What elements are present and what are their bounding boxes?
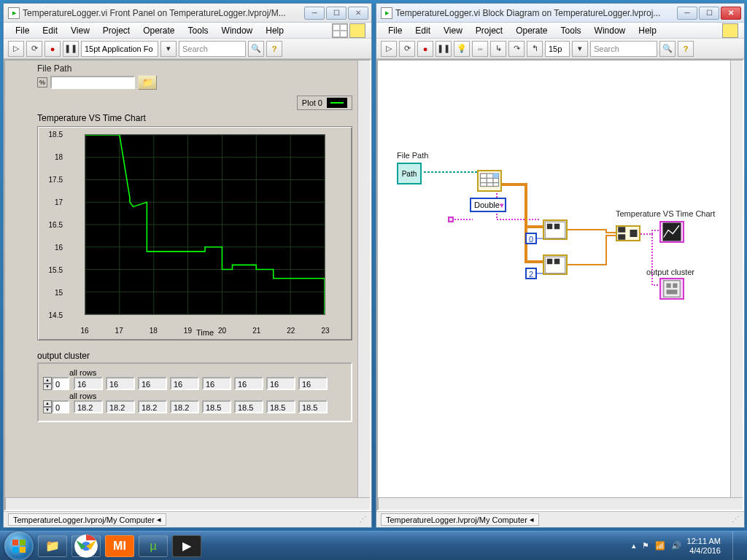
row2-spinner[interactable]: ▲▼ — [43, 400, 52, 413]
maximize-button[interactable]: ☐ — [699, 7, 719, 20]
menu-help[interactable]: Help — [632, 24, 662, 37]
index-array-node-2[interactable] — [543, 254, 568, 275]
row1-spinner[interactable]: ▲▼ — [43, 377, 52, 390]
menu-edit[interactable]: Edit — [409, 24, 436, 37]
menu-project[interactable]: Project — [470, 24, 508, 37]
resize-grip-icon[interactable]: ⋰ — [732, 515, 740, 524]
array-cell[interactable]: 16 — [266, 377, 295, 390]
text-settings-button[interactable]: ▾ — [160, 41, 177, 57]
type-ring-selector[interactable]: Double — [470, 198, 506, 212]
array-cell[interactable]: 18.5 — [266, 400, 295, 413]
array-cell[interactable]: 16 — [106, 377, 135, 390]
array-cell[interactable]: 16 — [138, 377, 167, 390]
search-input[interactable]: Search — [179, 41, 246, 57]
titlebar[interactable]: TemperatureLogger.vi Front Panel on Temp… — [4, 4, 371, 23]
vi-icon[interactable] — [722, 23, 738, 38]
menu-help[interactable]: Help — [260, 24, 290, 37]
step-out-button[interactable]: ↰ — [527, 41, 543, 57]
font-selector[interactable]: 15p — [545, 41, 570, 57]
resize-grip-icon[interactable]: ⋰ — [359, 515, 367, 524]
close-button[interactable]: ✕ — [348, 7, 368, 20]
titlebar[interactable]: TemperatureLogger.vi Block Diagram on Te… — [376, 4, 744, 23]
step-into-button[interactable]: ↳ — [490, 41, 506, 57]
run-button[interactable]: ▷ — [381, 41, 397, 57]
menu-window[interactable]: Window — [216, 24, 259, 37]
taskbar-chrome-icon[interactable] — [71, 535, 101, 557]
minimize-button[interactable]: ─ — [677, 7, 697, 20]
array-cell[interactable]: 16 — [74, 377, 103, 390]
chart-canvas[interactable] — [85, 134, 325, 315]
array-cell[interactable]: 18.2 — [106, 400, 135, 413]
tray-network-icon[interactable]: 📶 — [655, 541, 665, 551]
array-cell[interactable]: 18.2 — [138, 400, 167, 413]
menu-edit[interactable]: Edit — [36, 24, 63, 37]
help-button[interactable]: ? — [678, 41, 694, 57]
taskbar-utorrent-icon[interactable]: µ — [139, 535, 168, 557]
block-diagram-body[interactable]: File Path Path Double 0 2 Temperature VS… — [376, 59, 744, 511]
array-cell[interactable]: 16 — [234, 377, 263, 390]
chart-legend[interactable]: Plot 0 — [297, 96, 352, 110]
chart-indicator-node[interactable] — [659, 221, 684, 243]
connector-pane-icon[interactable] — [332, 23, 348, 38]
menu-file[interactable]: File — [9, 24, 35, 37]
file-path-control-node[interactable]: Path — [397, 163, 422, 184]
tray-overflow-icon[interactable]: ▴ — [632, 541, 636, 551]
abort-button[interactable]: ● — [44, 41, 61, 57]
bundle-node[interactable] — [616, 225, 640, 241]
taskbar-labview-icon[interactable]: ▶ — [172, 535, 201, 557]
array-cell[interactable]: 16 — [298, 377, 328, 390]
tray-speaker-icon[interactable]: 🔊 — [671, 541, 681, 551]
tray-action-center-icon[interactable]: ⚑ — [642, 541, 649, 551]
menu-tools[interactable]: Tools — [182, 24, 214, 37]
start-button[interactable] — [4, 532, 34, 561]
maximize-button[interactable]: ☐ — [326, 7, 347, 20]
menu-view[interactable]: View — [438, 24, 468, 37]
highlight-exec-button[interactable]: 💡 — [454, 41, 470, 57]
menu-file[interactable]: File — [382, 24, 408, 37]
file-path-field[interactable] — [50, 76, 135, 89]
horizontal-scrollbar[interactable] — [5, 497, 370, 510]
menu-view[interactable]: View — [65, 24, 96, 37]
search-button[interactable]: 🔍 — [248, 41, 264, 57]
const-2[interactable]: 2 — [525, 268, 537, 279]
vertical-scrollbar[interactable] — [357, 61, 370, 497]
abort-button[interactable]: ● — [417, 41, 433, 57]
row2-index[interactable]: 0 — [52, 400, 69, 413]
const-0[interactable]: 0 — [525, 233, 537, 244]
pause-button[interactable]: ❚❚ — [436, 41, 452, 57]
project-tab[interactable]: TemperatureLogger.lvproj/My Computer ◂ — [8, 513, 166, 526]
pause-button[interactable]: ❚❚ — [63, 41, 79, 57]
run-continuous-button[interactable]: ⟳ — [399, 41, 415, 57]
run-continuous-button[interactable]: ⟳ — [26, 41, 42, 57]
close-button[interactable]: ✕ — [721, 7, 741, 20]
array-cell[interactable]: 18.5 — [234, 400, 263, 413]
run-button[interactable]: ▷ — [8, 41, 24, 57]
menu-project[interactable]: Project — [97, 24, 136, 37]
array-cell[interactable]: 18.5 — [298, 400, 328, 413]
vi-icon[interactable] — [349, 23, 365, 38]
tray-clock[interactable]: 12:11 AM 4/4/2016 — [687, 537, 721, 556]
horizontal-scrollbar[interactable] — [378, 497, 743, 510]
search-button[interactable]: 🔍 — [659, 41, 676, 57]
retain-wire-button[interactable]: ⎓ — [472, 41, 488, 57]
font-selector[interactable]: 15pt Application Fo — [81, 41, 158, 57]
step-over-button[interactable]: ↷ — [508, 41, 525, 57]
read-spreadsheet-node[interactable] — [477, 170, 502, 192]
array-cell[interactable]: 18.5 — [202, 400, 231, 413]
array-cell[interactable]: 18.2 — [170, 400, 199, 413]
output-cluster-indicator-node[interactable] — [659, 278, 684, 300]
help-button[interactable]: ? — [266, 41, 282, 57]
menu-tools[interactable]: Tools — [555, 24, 587, 37]
taskbar-explorer-icon[interactable]: 📁 — [38, 535, 67, 557]
menu-window[interactable]: Window — [589, 24, 632, 37]
minimize-button[interactable]: ─ — [304, 7, 325, 20]
taskbar-mi-icon[interactable]: MI — [105, 535, 134, 557]
array-cell[interactable]: 16 — [170, 377, 199, 390]
show-desktop-button[interactable] — [732, 532, 740, 561]
menu-operate[interactable]: Operate — [510, 24, 553, 37]
search-input[interactable]: Search — [590, 41, 657, 57]
vertical-scrollbar[interactable] — [730, 61, 743, 497]
empty-cluster-constant[interactable] — [448, 217, 454, 222]
project-tab[interactable]: TemperatureLogger.lvproj/My Computer ◂ — [381, 513, 539, 526]
menu-operate[interactable]: Operate — [137, 24, 180, 37]
